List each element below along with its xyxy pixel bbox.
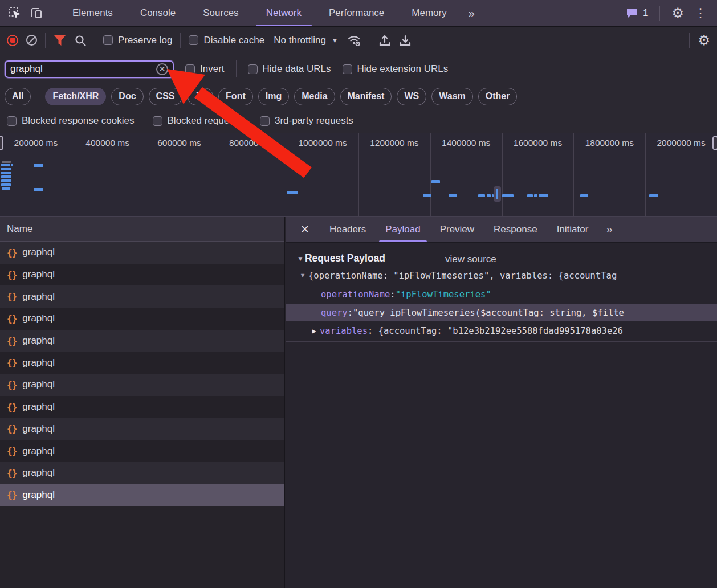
- import-har-icon[interactable]: [378, 34, 391, 47]
- checkbox[interactable]: [260, 116, 270, 126]
- checkbox[interactable]: [343, 64, 352, 74]
- fetch-xhr-icon: {}: [7, 489, 17, 500]
- chip-all[interactable]: All: [5, 88, 31, 105]
- settings-gear-icon[interactable]: ⚙: [671, 6, 684, 20]
- chip-img[interactable]: Img: [258, 88, 289, 105]
- checkbox[interactable]: [103, 35, 113, 45]
- payload-line[interactable]: query: "query ipFlowTimeseries($accountT…: [286, 304, 717, 321]
- request-row[interactable]: {}graphql: [0, 285, 284, 308]
- timeline-gridline: [645, 133, 646, 216]
- chip-css[interactable]: CSS: [149, 88, 182, 105]
- request-row[interactable]: {}graphql: [0, 374, 284, 396]
- request-row[interactable]: {}graphql: [0, 352, 284, 374]
- timeline-selected-marker[interactable]: [494, 186, 501, 202]
- payload-line[interactable]: operationName: "ipFlowTimeseries": [286, 285, 717, 303]
- inspect-element-icon[interactable]: [8, 6, 22, 20]
- blocked-response-cookies-checkbox[interactable]: Blocked response cookies: [7, 115, 135, 126]
- issues-message-icon[interactable]: [626, 7, 638, 19]
- payload-text: query: [321, 308, 348, 318]
- expand-triangle-icon[interactable]: ▶: [308, 327, 320, 335]
- disable-cache-checkbox[interactable]: Disable cache: [189, 35, 264, 46]
- timeline-left-handle[interactable]: [0, 136, 3, 150]
- request-name: graphql: [22, 446, 55, 457]
- hide-extension-urls-label: Hide extension URLs: [357, 63, 449, 75]
- chip-ws[interactable]: WS: [397, 88, 426, 105]
- more-panels-icon[interactable]: »: [461, 7, 482, 20]
- network-main-area: Name {}graphql{}graphql{}graphql{}graphq…: [0, 217, 717, 588]
- network-conditions-icon[interactable]: [347, 34, 362, 47]
- request-row[interactable]: {}graphql: [0, 396, 284, 418]
- record-network-log-button[interactable]: [7, 35, 18, 46]
- request-row[interactable]: {}graphql: [0, 330, 284, 352]
- tab-elements[interactable]: Elements: [59, 0, 127, 26]
- device-toolbar-icon[interactable]: [30, 6, 43, 20]
- request-row[interactable]: {}graphql: [0, 418, 284, 440]
- checkbox[interactable]: [185, 64, 195, 74]
- request-row[interactable]: {}graphql: [0, 264, 284, 286]
- collapse-triangle-icon[interactable]: ▼: [297, 255, 304, 263]
- kebab-menu-icon[interactable]: ⋮: [692, 7, 709, 19]
- filter-input[interactable]: graphql ✕: [5, 60, 174, 78]
- request-detail-pane: ✕ HeadersPayloadPreviewResponseInitiator…: [286, 217, 717, 588]
- expand-triangle-icon[interactable]: ▼: [297, 272, 308, 279]
- hide-extension-urls-checkbox[interactable]: Hide extension URLs: [343, 63, 449, 75]
- timeline-right-handle[interactable]: [712, 136, 717, 150]
- tab-sources[interactable]: Sources: [189, 0, 252, 26]
- chip-fetchxhr[interactable]: Fetch/XHR: [45, 88, 106, 105]
- divider: [45, 33, 46, 48]
- request-row[interactable]: {}graphql: [0, 308, 284, 330]
- clear-network-log-icon[interactable]: [26, 35, 37, 46]
- timeline-activity-bar: [1, 172, 11, 174]
- checkbox[interactable]: [153, 116, 162, 126]
- payload-line[interactable]: ▼{operationName: "ipFlowTimeseries", var…: [286, 267, 717, 284]
- chip-font[interactable]: Font: [218, 88, 253, 105]
- checkbox[interactable]: [248, 64, 258, 74]
- preserve-log-checkbox[interactable]: Preserve log: [103, 35, 172, 46]
- request-row[interactable]: {}graphql: [0, 440, 284, 462]
- name-column-header[interactable]: Name: [0, 217, 284, 242]
- tab-network[interactable]: Network: [252, 0, 315, 26]
- search-icon[interactable]: [74, 34, 87, 47]
- hide-data-urls-label: Hide data URLs: [263, 63, 331, 75]
- checkbox[interactable]: [7, 116, 17, 126]
- request-name: graphql: [22, 247, 55, 258]
- detail-tab-response[interactable]: Response: [484, 217, 547, 242]
- name-header-label: Name: [7, 223, 32, 235]
- timeline-tick-label: 200000 ms: [14, 138, 58, 148]
- close-detail-icon[interactable]: ✕: [286, 217, 320, 242]
- tab-console[interactable]: Console: [127, 0, 189, 26]
- timeline-activity-bar: [423, 194, 431, 197]
- chip-manifest[interactable]: Manifest: [340, 88, 392, 105]
- request-name: graphql: [22, 401, 55, 413]
- request-row[interactable]: {}graphql: [0, 242, 284, 264]
- detail-tab-headers[interactable]: Headers: [320, 217, 376, 242]
- more-detail-tabs-icon[interactable]: »: [598, 217, 619, 242]
- timeline-activity-bar: [487, 194, 491, 197]
- request-row[interactable]: {}graphql: [0, 484, 284, 507]
- checkbox[interactable]: [189, 35, 198, 45]
- 3rd-party-requests-checkbox[interactable]: 3rd-party requests: [260, 115, 353, 126]
- filter-icon[interactable]: [54, 35, 66, 46]
- chip-other[interactable]: Other: [478, 88, 518, 105]
- clear-filter-icon[interactable]: ✕: [156, 63, 168, 75]
- chip-wasm[interactable]: Wasm: [431, 88, 473, 105]
- network-overview-timeline[interactable]: 200000 ms400000 ms600000 ms800000 ms1000…: [0, 133, 717, 217]
- view-source-link[interactable]: view source: [445, 254, 496, 265]
- fetch-xhr-icon: {}: [7, 247, 17, 258]
- detail-tab-payload[interactable]: Payload: [376, 217, 430, 242]
- tab-performance[interactable]: Performance: [315, 0, 398, 26]
- chip-doc[interactable]: Doc: [111, 88, 143, 105]
- invert-checkbox[interactable]: Invert: [185, 63, 225, 75]
- throttling-dropdown[interactable]: No throttling ▼: [272, 35, 339, 46]
- chip-js[interactable]: JS: [188, 88, 214, 105]
- export-har-icon[interactable]: [399, 34, 412, 47]
- chip-media[interactable]: Media: [294, 88, 335, 105]
- tab-memory[interactable]: Memory: [398, 0, 460, 26]
- request-row[interactable]: {}graphql: [0, 462, 284, 484]
- detail-tab-initiator[interactable]: Initiator: [547, 217, 598, 242]
- payload-line[interactable]: ▶variables: {accountTag: "b12e3b2192ee55…: [286, 322, 717, 340]
- network-settings-gear-icon[interactable]: ⚙: [698, 34, 710, 47]
- hide-data-urls-checkbox[interactable]: Hide data URLs: [248, 63, 331, 75]
- blocked-requests-checkbox[interactable]: Blocked requests: [153, 115, 242, 126]
- detail-tab-preview[interactable]: Preview: [430, 217, 484, 242]
